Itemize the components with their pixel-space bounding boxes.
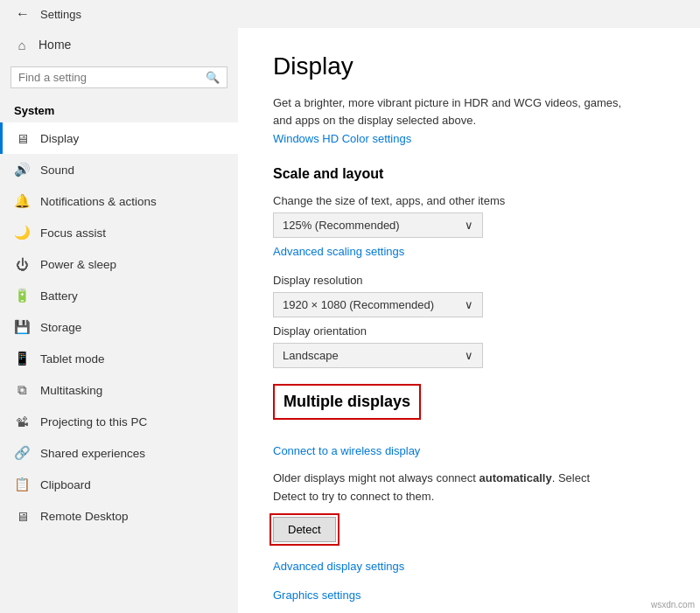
power-icon: ⏻: [14, 256, 30, 272]
display-icon: 🖥: [14, 130, 30, 146]
sidebar-item-multitasking[interactable]: ⧉ Multitasking: [0, 374, 238, 406]
older-displays-text: Older displays might not always connect …: [273, 470, 623, 506]
multiple-displays-section: Multiple displays: [273, 384, 421, 420]
resolution-label: Display resolution: [273, 274, 665, 287]
sidebar-item-clipboard[interactable]: 📋 Clipboard: [0, 469, 238, 500]
sidebar-item-battery[interactable]: 🔋 Battery: [0, 280, 238, 311]
search-icon: 🔍: [206, 71, 220, 84]
search-box[interactable]: 🔍: [10, 66, 228, 88]
shared-icon: 🔗: [14, 445, 30, 461]
chevron-down-icon: ∨: [465, 298, 473, 311]
clipboard-icon: 📋: [14, 477, 30, 492]
sidebar-item-tablet[interactable]: 📱 Tablet mode: [0, 343, 238, 374]
sidebar-item-remote[interactable]: 🖥 Remote Desktop: [0, 500, 238, 532]
hdr-link[interactable]: Windows HD Color settings: [273, 132, 665, 145]
scale-dropdown[interactable]: 125% (Recommended) ∨: [273, 212, 483, 238]
chevron-down-icon: ∨: [465, 219, 473, 232]
sidebar-item-storage[interactable]: 💾 Storage: [0, 311, 238, 343]
sidebar-item-notifications[interactable]: 🔔 Notifications & actions: [0, 185, 238, 217]
sidebar-item-power[interactable]: ⏻ Power & sleep: [0, 248, 238, 280]
page-title: Display: [273, 52, 665, 80]
back-button[interactable]: ←: [10, 2, 35, 26]
sidebar: ⌂ Home 🔍 System 🖥 Display 🔊 Sound 🔔 Noti…: [0, 28, 238, 613]
sidebar-item-focus[interactable]: 🌙 Focus assist: [0, 217, 238, 248]
watermark: wsxdn.com: [651, 600, 695, 610]
sidebar-item-home[interactable]: ⌂ Home: [0, 28, 238, 61]
home-icon: ⌂: [14, 37, 30, 52]
chevron-down-icon: ∨: [465, 349, 473, 362]
graphics-settings-link[interactable]: Graphics settings: [273, 589, 665, 602]
remote-icon: 🖥: [14, 508, 30, 524]
scale-label: Change the size of text, apps, and other…: [273, 194, 665, 207]
hdr-description: Get a brighter, more vibrant picture in …: [273, 94, 665, 129]
advanced-display-link[interactable]: Advanced display settings: [273, 560, 665, 573]
sidebar-item-shared[interactable]: 🔗 Shared experiences: [0, 437, 238, 469]
sidebar-item-projecting[interactable]: 📽 Projecting to this PC: [0, 406, 238, 437]
focus-icon: 🌙: [14, 225, 30, 240]
storage-icon: 💾: [14, 319, 30, 335]
notifications-icon: 🔔: [14, 193, 30, 209]
orientation-label: Display orientation: [273, 324, 665, 338]
detect-button[interactable]: Detect: [273, 517, 336, 542]
multitasking-icon: ⧉: [14, 382, 30, 398]
sidebar-item-display[interactable]: 🖥 Display: [0, 122, 238, 154]
orientation-dropdown[interactable]: Landscape ∨: [273, 343, 483, 368]
search-input[interactable]: [18, 71, 206, 84]
sidebar-item-sound[interactable]: 🔊 Sound: [0, 154, 238, 185]
resolution-dropdown[interactable]: 1920 × 1080 (Recommended) ∨: [273, 292, 483, 317]
title-bar: ← Settings: [0, 0, 700, 28]
title-bar-label: Settings: [40, 8, 81, 21]
connect-wireless-link[interactable]: Connect to a wireless display: [273, 444, 665, 457]
sidebar-section-label: System: [0, 99, 238, 122]
main-content: Display Get a brighter, more vibrant pic…: [238, 28, 700, 613]
sound-icon: 🔊: [14, 162, 30, 178]
multiple-displays-title: Multiple displays: [284, 393, 410, 410]
battery-icon: 🔋: [14, 288, 30, 303]
projecting-icon: 📽: [14, 414, 30, 429]
scale-section-title: Scale and layout: [273, 166, 665, 182]
tablet-icon: 📱: [14, 351, 30, 366]
advanced-scaling-link[interactable]: Advanced scaling settings: [273, 245, 665, 258]
